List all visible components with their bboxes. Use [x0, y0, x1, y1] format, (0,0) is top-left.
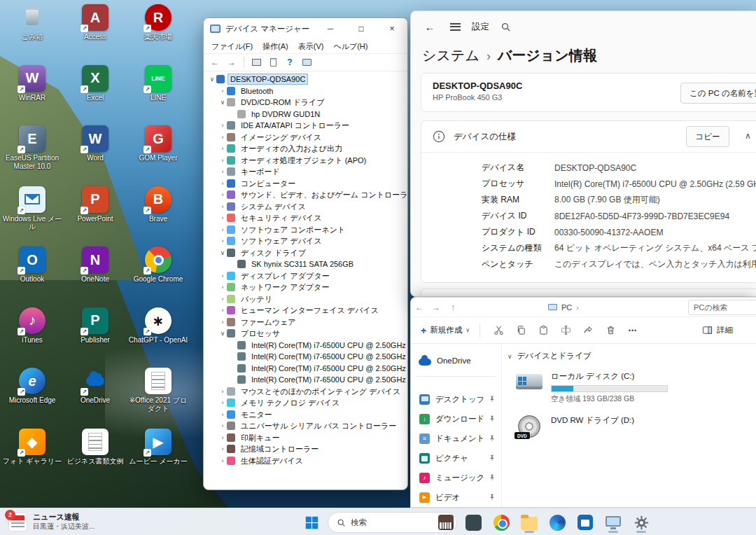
edge-icon[interactable] [545, 511, 569, 534]
device-tree-item[interactable]: ›ユニバーサル シリアル バス コントローラー [204, 420, 407, 432]
drive-item[interactable]: DVDDVD RW ドライブ (D:) [514, 415, 756, 438]
desktop-icon-onenote[interactable]: N↗OneNote [64, 246, 126, 284]
desktop-icon-chatgpt-openai[interactable]: ∗↗ChatGPT - OpenAI [127, 307, 189, 345]
forward-button[interactable]: → [428, 303, 444, 312]
address-breadcrumb[interactable]: PC › [548, 303, 579, 312]
expand-icon[interactable]: › [218, 180, 227, 187]
close-button[interactable]: × [377, 18, 407, 39]
copy-button[interactable]: コピー [686, 126, 729, 147]
desktop-icon-word[interactable]: W↗Word [64, 125, 126, 162]
expand-icon[interactable]: › [218, 191, 227, 198]
desktop-icon-access[interactable]: A↗Access [64, 4, 126, 41]
expand-icon[interactable]: › [218, 457, 227, 464]
device-tree-item[interactable]: ›キーボード [204, 166, 407, 178]
expand-icon[interactable]: › [218, 422, 227, 429]
menu-item[interactable]: 操作(A) [258, 39, 293, 54]
paste-button[interactable] [532, 321, 554, 340]
desktop-icon-gom-player[interactable]: G↗GOM Player [127, 125, 189, 162]
collapse-icon[interactable]: ∨ [218, 99, 227, 106]
device-tree-item[interactable]: Intel(R) Core(TM) i7-6500U CPU @ 2.50GHz [204, 363, 407, 375]
device-tree-item[interactable]: ›サウンド、ビデオ、およびゲーム コントローラー [204, 189, 407, 201]
device-tree-item[interactable]: ›ディスプレイ アダプター [204, 270, 407, 282]
help-button[interactable]: ? [283, 55, 297, 69]
rename-pc-button[interactable]: この PC の名前を変更 [680, 83, 756, 104]
expand-icon[interactable]: › [218, 88, 227, 95]
expand-icon[interactable]: › [218, 214, 227, 221]
expand-icon[interactable]: › [218, 134, 227, 141]
store-icon[interactable] [573, 511, 597, 534]
expand-icon[interactable]: › [218, 307, 227, 314]
hamburger-menu-icon[interactable] [450, 23, 461, 31]
settings-gear-icon[interactable] [629, 511, 653, 534]
device-tree-item[interactable]: ›ソフトウェア コンポーネント [204, 224, 407, 236]
desktop-icon-powerpoint[interactable]: P↗PowerPoint [64, 186, 126, 223]
device-tree-item[interactable]: ›システム デバイス [204, 201, 407, 213]
desktop-icon-publisher[interactable]: P↗Publisher [64, 307, 126, 345]
device-tree-item[interactable]: Intel(R) Core(TM) i7-6500U CPU @ 2.50GHz [204, 374, 407, 386]
sidebar-item-videos[interactable]: ▶ビデオ [411, 487, 501, 507]
desktop-icon-movie-maker[interactable]: ▶↗ムービー メーカー [127, 429, 189, 466]
devices-and-drives-header[interactable]: ∨ デバイスとドライブ [507, 351, 756, 361]
device-tree-item[interactable]: ∨ディスク ドライブ [204, 247, 407, 259]
new-item-button[interactable]: + 新規作成 ∨ [421, 325, 470, 336]
device-tree-item[interactable]: ›モニター [204, 409, 407, 421]
device-tree-item[interactable]: ›コンピューター [204, 178, 407, 190]
device-tree-item[interactable]: ›オーディオ処理オブジェクト (APO) [204, 155, 407, 167]
desktop-icon-windows-live-mail[interactable]: ↗Windows Live メール [1, 186, 63, 231]
expand-icon[interactable]: › [218, 411, 227, 418]
widgets-button[interactable]: 2 ニュース速報 目黒蓮・浜辺美波... [3, 510, 100, 534]
device-tree-item[interactable]: ›ネットワーク アダプター [204, 282, 407, 293]
desktop-icon-recycle-bin[interactable]: ごみ箱 [1, 4, 63, 41]
device-tree-item[interactable]: ›バッテリ [204, 293, 407, 305]
device-tree-item[interactable]: ›ヒューマン インターフェイス デバイス [204, 305, 407, 317]
desktop-icon-office-2021-product-file[interactable]: ※Office 2021 プロダクト [127, 368, 189, 412]
rename-button[interactable] [554, 321, 577, 340]
device-tree-item[interactable]: ›セキュリティ デバイス [204, 212, 407, 224]
sidebar-item-documents[interactable]: ≡ドキュメント [411, 429, 501, 448]
back-button[interactable]: ← [411, 303, 428, 312]
desktop-icon-excel[interactable]: X↗Excel [64, 65, 126, 102]
device-tree-item[interactable]: ∨DESKTOP-QDSA90C [204, 74, 407, 85]
desktop-icon-google-chrome[interactable]: ↗Google Chrome [127, 246, 189, 284]
desktop-icon-business-document-samples[interactable]: ビジネス書類文例 [64, 429, 126, 466]
device-tree-item[interactable]: SK hynix SC311 SATA 256GB [204, 258, 407, 270]
collapse-icon[interactable]: ∨ [218, 249, 227, 256]
settings-search-icon[interactable] [500, 22, 511, 32]
device-tree-item[interactable]: ›Bluetooth [204, 85, 407, 97]
explorer-search-input[interactable]: PCの検索 [688, 300, 756, 315]
maximize-button[interactable]: □ [346, 18, 377, 39]
device-manager-titlebar[interactable]: デバイス マネージャー ─ □ × [204, 18, 407, 39]
sidebar-item-pictures[interactable]: ピクチャ [411, 448, 501, 468]
minimize-button[interactable]: ─ [315, 18, 346, 39]
expand-icon[interactable]: › [218, 284, 227, 291]
share-button[interactable] [577, 321, 599, 340]
collapse-icon[interactable]: ∨ [218, 330, 227, 337]
desktop-icon-outlook[interactable]: O↗Outlook [1, 246, 63, 284]
desktop-icon-onedrive[interactable]: ↗OneDrive [64, 368, 126, 405]
start-button[interactable] [300, 511, 323, 534]
expand-icon[interactable]: › [218, 145, 227, 152]
expand-icon[interactable]: › [218, 203, 227, 210]
expand-icon[interactable]: › [218, 319, 227, 326]
sidebar-item-music[interactable]: ♪ミュージック [411, 468, 501, 487]
device-tree-item[interactable]: ›マウスとそのほかのポインティング デバイス [204, 386, 407, 398]
sidebar-item-onedrive[interactable]: OneDrive [411, 351, 501, 370]
device-tree-item[interactable]: ∨プロセッサ [204, 328, 407, 340]
desktop-icon-brave[interactable]: B↗Brave [127, 186, 189, 223]
device-tree-item[interactable]: ∨DVD/CD-ROM ドライブ [204, 97, 407, 109]
properties-button[interactable] [266, 55, 280, 69]
desktop-icon-winrar[interactable]: W↗WinRAR [1, 65, 63, 102]
expand-icon[interactable]: › [218, 122, 227, 129]
expand-icon[interactable]: › [218, 226, 227, 233]
device-tree-item[interactable]: Intel(R) Core(TM) i7-6500U CPU @ 2.50GHz [204, 340, 407, 352]
menu-item[interactable]: ファイル(F) [206, 39, 258, 54]
file-explorer-icon[interactable] [517, 511, 541, 534]
menu-item[interactable]: ヘルプ(H) [328, 39, 372, 54]
back-button[interactable]: ← [421, 21, 439, 33]
device-tree-item[interactable]: Intel(R) Core(TM) i7-6500U CPU @ 2.50GHz [204, 351, 407, 363]
chrome-icon[interactable] [489, 511, 513, 534]
desktop-icon-microsoft-edge[interactable]: e↗Microsoft Edge [1, 368, 63, 405]
back-button[interactable]: ← [208, 55, 222, 69]
device-tree-item[interactable]: ›印刷キュー [204, 432, 407, 444]
sidebar-item-desktop[interactable]: デスクトップ [411, 389, 501, 409]
